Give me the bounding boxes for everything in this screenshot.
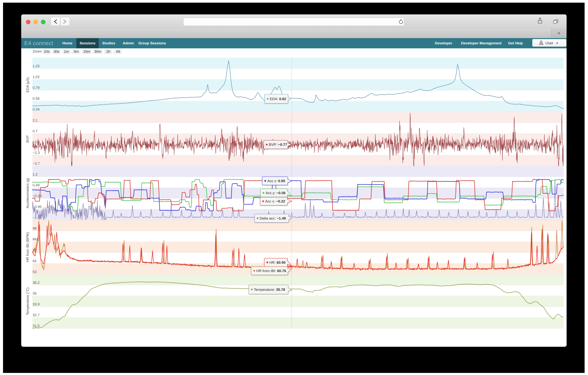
svg-text:0.34: 0.34 <box>32 107 40 111</box>
svg-text:53: 53 <box>32 270 37 274</box>
svg-text:1.25: 1.25 <box>32 64 40 68</box>
svg-text:Acc z: 0.95: Acc z: 0.95 <box>267 179 285 183</box>
svg-text:−3.7: −3.7 <box>32 162 40 165</box>
svg-text:5m: 5m <box>74 49 79 54</box>
svg-text:64: 64 <box>32 259 37 263</box>
svg-text:1m: 1m <box>64 49 69 54</box>
svg-text:36.2: 36.2 <box>32 281 40 285</box>
svg-text:1.2: 1.2 <box>32 172 38 176</box>
svg-text:−2.3: −2.3 <box>32 151 40 155</box>
svg-text:0.56: 0.56 <box>32 97 40 100</box>
svg-text:BVP: −0.77: BVP: −0.77 <box>269 143 287 146</box>
svg-text:2.1: 2.1 <box>32 118 38 122</box>
svg-text:Acc y: −0.06: Acc y: −0.06 <box>266 191 285 195</box>
svg-text:EDA (µS): EDA (µS) <box>26 77 30 92</box>
svg-text:EDA: 0.62: EDA: 0.62 <box>270 97 286 101</box>
svg-text:Zoom: Zoom <box>32 49 42 53</box>
svg-text:HR from IBI (BPM): HR from IBI (BPM) <box>26 232 30 262</box>
svg-text:15m: 15m <box>83 49 90 54</box>
svg-text:Temperature (°C): Temperature (°C) <box>26 287 30 315</box>
svg-text:1.02: 1.02 <box>32 75 40 79</box>
svg-text:HR from IBI: 60.76: HR from IBI: 60.76 <box>256 269 286 273</box>
svg-text:BVP: BVP <box>26 135 30 143</box>
svg-text:0.7: 0.7 <box>32 129 38 133</box>
svg-text:30m: 30m <box>94 49 101 54</box>
svg-text:32.7: 32.7 <box>32 313 40 317</box>
svg-text:0.79: 0.79 <box>32 86 40 90</box>
svg-text:HR: 60.90: HR: 60.90 <box>269 261 286 265</box>
svg-text:Accelerometers (g): Accelerometers (g) <box>26 178 30 208</box>
svg-text:Temperature: 35.78: Temperature: 35.78 <box>254 287 285 292</box>
svg-text:33.9: 33.9 <box>32 302 40 306</box>
svg-text:35: 35 <box>32 291 37 295</box>
svg-text:31.5: 31.5 <box>32 324 40 328</box>
svg-text:All: All <box>116 49 120 54</box>
svg-text:10s: 10s <box>44 49 50 54</box>
svg-text:−0.23: −0.23 <box>32 194 42 198</box>
svg-text:User: User <box>545 41 554 45</box>
svg-text:98: 98 <box>32 226 37 230</box>
svg-text:Delta acc: −1.48: Delta acc: −1.48 <box>260 216 286 220</box>
svg-text:2h: 2h <box>106 49 110 54</box>
svg-text:86: 86 <box>32 237 37 241</box>
svg-text:30s: 30s <box>54 49 60 54</box>
svg-text:Acc x: −0.22: Acc x: −0.22 <box>265 199 285 203</box>
svg-text:0.49: 0.49 <box>32 183 40 187</box>
